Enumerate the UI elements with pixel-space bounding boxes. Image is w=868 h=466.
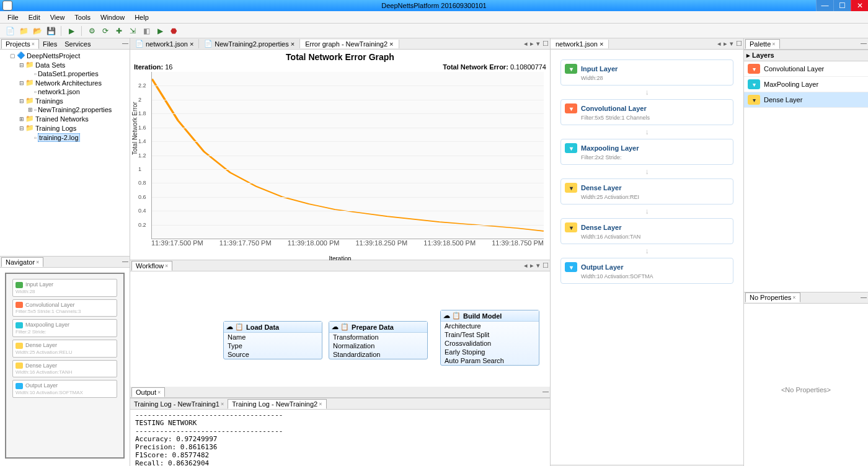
layer-card[interactable]: ▾Dense LayerWidth:25 Activation:REI xyxy=(560,178,733,204)
tab-next-icon[interactable]: ▸ xyxy=(530,40,534,48)
minimize-button[interactable]: — xyxy=(816,0,833,11)
palette-item[interactable]: ▾MaxPooling Layer xyxy=(744,77,868,92)
tree-net1[interactable]: ▫ network1.json xyxy=(27,87,128,96)
action-2-icon[interactable]: ⟳ xyxy=(100,26,110,36)
tab-list-icon[interactable]: ▾ xyxy=(730,40,733,48)
close-button[interactable]: ✕ xyxy=(851,0,868,11)
layer-chip-icon: ▾ xyxy=(565,183,577,193)
tree-root[interactable]: ▢🔷 DeepNettsProject xyxy=(10,51,128,60)
tab-files[interactable]: Files xyxy=(39,40,61,48)
palette-item[interactable]: ▾Dense Layer xyxy=(744,92,868,108)
tree-arch[interactable]: ⊟📁 Network Architectures xyxy=(19,78,128,87)
menu-help[interactable]: Help xyxy=(130,12,154,22)
close-icon[interactable]: × xyxy=(772,41,775,47)
project-tree[interactable]: ▢🔷 DeepNettsProject ⊟📁 Data Sets ▫ DataS… xyxy=(0,50,130,257)
tab-palette[interactable]: Palette× xyxy=(745,39,780,49)
tab-next-icon[interactable]: ▸ xyxy=(530,262,534,270)
close-icon[interactable]: × xyxy=(32,41,35,47)
action-1-icon[interactable]: ⚙ xyxy=(87,26,97,36)
tree-trainings[interactable]: ⊟📁 Trainings xyxy=(19,96,128,105)
tab-workflow[interactable]: Workflow× xyxy=(131,261,172,271)
editor-tab-training2[interactable]: 📄 NewTraining2.properties × xyxy=(199,39,300,48)
tree-trained[interactable]: ⊞📁 Trained Networks xyxy=(19,114,128,123)
tab-no-properties[interactable]: No Properties× xyxy=(745,292,800,302)
tab-list-icon[interactable]: ▾ xyxy=(536,40,540,48)
close-icon[interactable]: × xyxy=(190,40,193,48)
editor-tab-errorgraph[interactable]: Error graph - NewTraining2 × xyxy=(300,40,399,48)
save-all-icon[interactable]: 💾 xyxy=(46,26,56,36)
open-icon[interactable]: 📂 xyxy=(32,26,42,36)
chart-title: Total Network Error Graph xyxy=(134,52,546,62)
palette-item[interactable]: ▾Convolutional Layer xyxy=(744,61,868,77)
tab-services[interactable]: Services xyxy=(61,40,94,48)
close-icon[interactable]: × xyxy=(600,40,603,48)
tab-navigator[interactable]: Navigator× xyxy=(1,257,43,267)
run-icon[interactable]: ▶ xyxy=(66,26,76,36)
editor-tab-network1[interactable]: 📄 network1.json × xyxy=(130,39,199,48)
wf-node-load[interactable]: ☁ 📋 Load Data Name Type Source xyxy=(223,321,322,359)
tab-max-icon[interactable]: ☐ xyxy=(736,40,742,48)
tree-datasets[interactable]: ⊟📁 Data Sets xyxy=(19,60,128,69)
close-icon[interactable]: × xyxy=(389,40,393,48)
tab-prev-icon[interactable]: ◂ xyxy=(524,40,528,48)
layer-card[interactable]: ▾Maxpooling LayerFilter:2x2 Stride: xyxy=(560,139,733,165)
layer-card[interactable]: ▾Convolutional LayerFilter:5x5 Stride:1 … xyxy=(560,99,733,125)
tab-projects[interactable]: Projects× xyxy=(1,39,39,49)
maximize-button[interactable]: ☐ xyxy=(833,0,851,11)
layer-chip-icon: ▾ xyxy=(565,64,577,74)
y-axis-label: Total Network Error xyxy=(131,102,138,155)
arrow-down-icon: ↓ xyxy=(554,88,740,97)
navigator-thumbnail[interactable]: Input LayerWidth:28Convolutional LayerFi… xyxy=(5,273,125,459)
tab-prev-icon[interactable]: ◂ xyxy=(717,40,721,48)
new-file-icon[interactable]: 📄 xyxy=(5,26,15,36)
palette-section-layers[interactable]: ▸ Layers xyxy=(744,50,868,61)
tab-output[interactable]: Output× xyxy=(131,387,165,397)
close-icon[interactable]: × xyxy=(157,389,161,395)
layer-card[interactable]: ▾Dense LayerWidth:16 Activation:TAN xyxy=(560,218,733,244)
action-4-icon[interactable]: ⇲ xyxy=(128,26,138,36)
action-5-icon[interactable]: ◧ xyxy=(141,26,151,36)
net-tab-network1[interactable]: network1.json × xyxy=(551,40,609,48)
layer-chip-icon: ▾ xyxy=(748,95,760,105)
layer-chip-icon: ▾ xyxy=(565,103,577,113)
network-diagram[interactable]: ▾Input LayerWidth:28↓▾Convolutional Laye… xyxy=(551,50,743,465)
play-icon[interactable]: ▶ xyxy=(155,26,165,36)
close-icon[interactable]: × xyxy=(792,294,795,301)
close-icon[interactable]: × xyxy=(36,259,39,265)
chart-plot[interactable]: 0.20.40.60.811.21.41.61.822.2 xyxy=(151,72,544,239)
wf-node-prepare[interactable]: ☁ 📋 Prepare Data Transformation Normaliz… xyxy=(329,321,428,359)
tab-list-icon[interactable]: ▾ xyxy=(536,262,540,270)
tree-dataset1[interactable]: ▫ DataSet1.properties xyxy=(27,69,128,78)
action-3-icon[interactable]: ✚ xyxy=(114,26,124,36)
nav-layer: Dense LayerWidth:16 Activation:TANH xyxy=(12,360,117,378)
close-icon[interactable]: × xyxy=(291,40,294,48)
layer-chip-icon: ▾ xyxy=(565,222,577,232)
minimize-panel-icon[interactable]: — xyxy=(861,40,867,46)
menu-view[interactable]: View xyxy=(45,12,70,22)
tree-log2[interactable]: ▫ training-2.log xyxy=(27,133,128,143)
out-tab-2[interactable]: Training Log - NewTraining2 × xyxy=(228,399,326,409)
tree-logs[interactable]: ⊟📁 Training Logs xyxy=(19,123,128,133)
minimize-panel-icon[interactable]: — xyxy=(122,40,128,46)
new-project-icon[interactable]: 📁 xyxy=(19,26,29,36)
menu-file[interactable]: File xyxy=(2,12,24,22)
stop-icon[interactable]: ⬣ xyxy=(169,26,179,36)
close-icon[interactable]: × xyxy=(165,263,168,269)
tab-next-icon[interactable]: ▸ xyxy=(724,40,727,48)
menu-edit[interactable]: Edit xyxy=(24,12,45,22)
out-tab-1[interactable]: Training Log - NewTraining1 × xyxy=(130,400,228,408)
output-text[interactable]: ------------------------------------ TES… xyxy=(130,410,550,466)
minimize-panel-icon[interactable]: — xyxy=(861,294,867,301)
minimize-panel-icon[interactable]: — xyxy=(542,388,549,395)
menu-tools[interactable]: Tools xyxy=(69,12,95,22)
layer-card[interactable]: ▾Input LayerWidth:28 xyxy=(560,59,733,86)
tab-max-icon[interactable]: ☐ xyxy=(542,40,549,48)
tab-max-icon[interactable]: ☐ xyxy=(542,262,549,270)
tree-train2[interactable]: ⊞▫ NewTraining2.properties xyxy=(27,105,128,114)
wf-node-build[interactable]: ☁ 📋 Build Model Architecture Train/Test … xyxy=(440,310,539,366)
tab-prev-icon[interactable]: ◂ xyxy=(524,262,528,270)
menu-window[interactable]: Window xyxy=(95,12,130,22)
output-panel: Training Log - NewTraining1 × Training L… xyxy=(130,398,550,466)
layer-card[interactable]: ▾Output LayerWidth:10 Activation:SOFTMA xyxy=(560,258,733,284)
minimize-panel-icon[interactable]: — xyxy=(122,258,128,265)
